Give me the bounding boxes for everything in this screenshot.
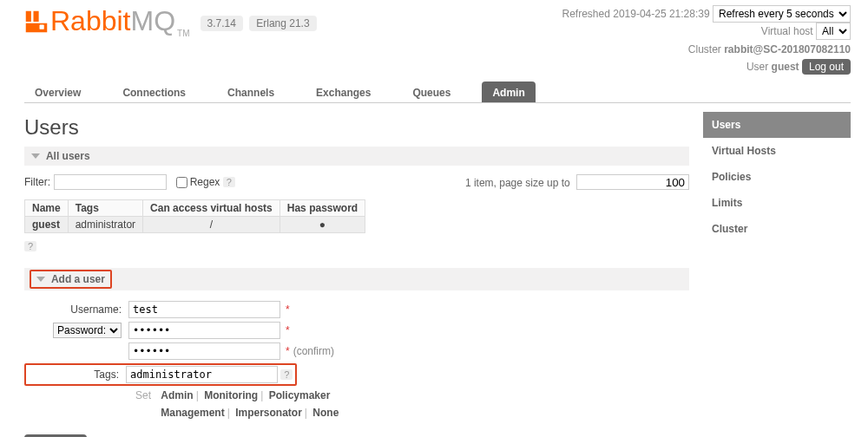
regex-checkbox[interactable] [176, 177, 187, 188]
section-all-users[interactable]: All users [24, 147, 689, 166]
sidebar-item-cluster[interactable]: Cluster [703, 216, 851, 242]
section-add-user[interactable]: Add a user [24, 268, 689, 290]
vhost-label: Virtual host [761, 25, 813, 37]
version-badge: 3.7.14 [201, 16, 243, 31]
regex-help[interactable]: ? [223, 177, 235, 187]
page-size-input[interactable] [576, 174, 689, 190]
tab-connections[interactable]: Connections [112, 82, 196, 102]
logo-mq: MQ [131, 5, 176, 36]
chevron-down-icon [31, 153, 40, 159]
cluster-value: rabbit@SC-201807082110 [724, 43, 851, 55]
svg-rect-0 [26, 11, 31, 22]
page-title: Users [24, 115, 689, 140]
tab-exchanges[interactable]: Exchanges [306, 82, 381, 102]
cluster-label: Cluster [688, 43, 721, 55]
tags-input[interactable] [126, 366, 278, 383]
col-password[interactable]: Has password [279, 199, 365, 216]
logo-tm: TM [177, 29, 189, 38]
quick-tag-management[interactable]: Management [161, 407, 224, 419]
col-vhosts[interactable]: Can access virtual hosts [143, 199, 280, 216]
required-mark: * [286, 345, 290, 357]
pager-text: 1 item, page size up to [465, 177, 570, 189]
quick-tag-monitoring[interactable]: Monitoring [204, 389, 258, 401]
quick-tag-admin[interactable]: Admin [161, 389, 193, 401]
quick-tag-impersonator[interactable]: Impersonator [235, 407, 302, 419]
password-confirm-input[interactable] [128, 342, 280, 360]
tab-admin[interactable]: Admin [482, 82, 535, 102]
logo: RabbitMQTM [24, 5, 190, 38]
sidebar: Users Virtual Hosts Policies Limits Clus… [703, 112, 851, 437]
refreshed-text: Refreshed 2019-04-25 21:28:39 [562, 8, 710, 20]
set-label: Set [135, 389, 151, 401]
refresh-select[interactable]: Refresh every 5 seconds [713, 5, 851, 23]
username-label: Username: [24, 303, 128, 316]
required-mark: * [286, 303, 290, 316]
cell-password: ● [279, 216, 365, 232]
sidebar-item-limits[interactable]: Limits [703, 190, 851, 216]
erlang-badge: Erlang 21.3 [249, 16, 316, 31]
sidebar-item-users[interactable]: Users [703, 112, 851, 138]
tab-overview[interactable]: Overview [24, 82, 91, 102]
confirm-label: (confirm) [293, 345, 334, 357]
tab-queues[interactable]: Queues [402, 82, 461, 102]
chevron-down-icon [36, 277, 45, 282]
svg-rect-1 [34, 11, 39, 22]
svg-rect-3 [40, 25, 44, 29]
user-value: guest [772, 61, 799, 73]
user-label: User [746, 61, 768, 73]
required-mark: * [286, 324, 290, 336]
logo-rabbit: Rabbit [50, 5, 131, 36]
logout-button[interactable]: Log out [802, 59, 851, 75]
tags-help[interactable]: ? [280, 369, 293, 380]
users-table: Name Tags Can access virtual hosts Has p… [24, 199, 365, 233]
cell-vhost: / [143, 216, 280, 232]
filter-input[interactable] [54, 174, 167, 190]
add-user-button[interactable]: Add user [24, 434, 87, 437]
quick-tag-policymaker[interactable]: Policymaker [269, 389, 331, 401]
password-type-select[interactable]: Password: [53, 323, 122, 338]
username-input[interactable] [128, 301, 280, 318]
sidebar-item-vhosts[interactable]: Virtual Hosts [703, 138, 851, 164]
rabbitmq-icon [24, 10, 49, 34]
regex-label: Regex [190, 176, 220, 188]
cell-tags: administrator [68, 216, 142, 232]
cell-name: guest [32, 218, 60, 231]
tab-channels[interactable]: Channels [217, 82, 285, 102]
col-name[interactable]: Name [25, 199, 69, 216]
password-input[interactable] [128, 322, 280, 339]
section-all-users-label: All users [46, 150, 90, 162]
quick-tag-none[interactable]: None [312, 407, 339, 419]
section-add-user-label: Add a user [51, 273, 105, 285]
nav-tabs: Overview Connections Channels Exchanges … [24, 82, 851, 103]
sidebar-item-policies[interactable]: Policies [703, 164, 851, 190]
table-help[interactable]: ? [24, 241, 36, 251]
table-row[interactable]: guest administrator / ● [25, 216, 365, 232]
col-tags[interactable]: Tags [68, 199, 142, 216]
filter-label: Filter: [24, 176, 50, 188]
tags-label: Tags: [29, 369, 126, 381]
vhost-select[interactable]: All [816, 23, 851, 40]
